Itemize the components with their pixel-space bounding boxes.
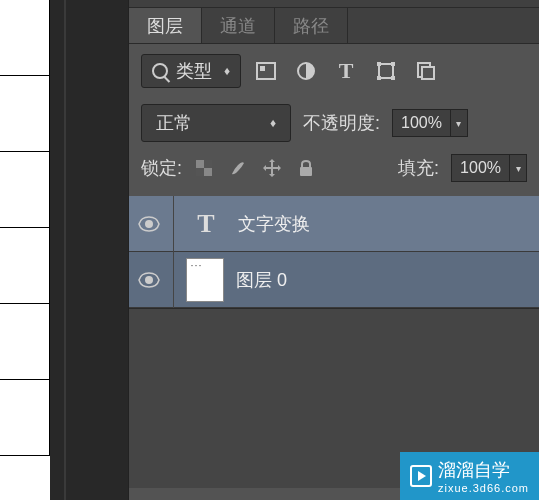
opacity-value-input[interactable]: 100% [392,109,451,137]
visibility-toggle-icon[interactable] [137,212,161,236]
opacity-label: 不透明度: [303,111,380,135]
lock-row: 锁定: 填充: 100% ▾ [129,148,539,188]
svg-rect-3 [379,64,393,78]
canvas-cell [0,380,50,456]
filter-shape-icon[interactable] [375,60,397,82]
filter-pixel-icon[interactable] [255,60,277,82]
canvas-cell [0,228,50,304]
filter-smartobject-icon[interactable] [415,60,437,82]
caret-down-icon: ♦ [270,116,276,130]
svg-rect-6 [377,76,381,80]
fill-label: 填充: [398,156,439,180]
svg-point-15 [145,220,153,228]
workspace-background [50,0,128,500]
layer-separator [173,196,174,252]
panel-grip[interactable] [129,0,539,8]
layer-name[interactable]: 图层 0 [236,268,287,292]
svg-rect-0 [257,63,275,79]
svg-rect-11 [204,168,212,176]
canvas-cell [0,304,50,380]
layer-item-image[interactable]: 图层 0 [129,252,539,308]
layers-list: T 文字变换 图层 0 [129,196,539,308]
filter-kind-label: 类型 [176,59,212,83]
visibility-toggle-icon[interactable] [137,268,161,292]
caret-down-icon: ♦ [224,64,230,78]
svg-rect-14 [300,167,312,176]
canvas-cell [0,0,50,76]
filter-adjustment-icon[interactable] [295,60,317,82]
canvas-rulers-area [0,0,50,500]
lock-label: 锁定: [141,156,182,180]
layer-item-text[interactable]: T 文字变换 [129,196,539,252]
text-layer-thumb-icon: T [186,204,226,244]
svg-point-16 [145,276,153,284]
svg-rect-5 [391,62,395,66]
filter-kind-dropdown[interactable]: 类型 ♦ [141,54,241,88]
svg-rect-13 [196,168,204,176]
canvas-cell [0,76,50,152]
lock-icons-group [194,158,316,178]
svg-rect-1 [260,66,265,71]
lock-all-icon[interactable] [296,158,316,178]
watermark-title: 溜溜自学 [438,460,510,480]
blend-mode-row: 正常 ♦ 不透明度: 100% ▾ [129,98,539,148]
opacity-dropdown-arrow[interactable]: ▾ [450,109,468,137]
svg-rect-7 [391,76,395,80]
search-icon [152,63,168,79]
svg-rect-9 [422,67,434,79]
layer-name[interactable]: 文字变换 [238,212,310,236]
tab-layers[interactable]: 图层 [129,8,202,43]
layer-filter-row: 类型 ♦ T [129,44,539,98]
svg-rect-4 [377,62,381,66]
fill-dropdown-arrow[interactable]: ▾ [509,154,527,182]
play-icon [410,465,432,487]
filter-icons-group: T [255,60,437,82]
tab-paths[interactable]: 路径 [275,8,348,43]
lock-transparency-icon[interactable] [194,158,214,178]
lock-position-icon[interactable] [262,158,282,178]
svg-rect-12 [204,160,212,168]
svg-rect-10 [196,160,204,168]
layer-separator [173,252,174,308]
layers-panel: 图层 通道 路径 类型 ♦ T 正常 ♦ [128,0,539,500]
blend-mode-value: 正常 [156,111,192,135]
tab-channels[interactable]: 通道 [202,8,275,43]
watermark-sub: zixue.3d66.com [438,482,529,494]
watermark-badge: 溜溜自学 zixue.3d66.com [400,452,539,500]
fill-value-input[interactable]: 100% [451,154,510,182]
image-layer-thumb [186,258,224,302]
panel-tabs: 图层 通道 路径 [129,8,539,44]
canvas-cell [0,152,50,228]
filter-type-icon[interactable]: T [335,60,357,82]
blend-mode-dropdown[interactable]: 正常 ♦ [141,104,291,142]
lock-paint-icon[interactable] [228,158,248,178]
